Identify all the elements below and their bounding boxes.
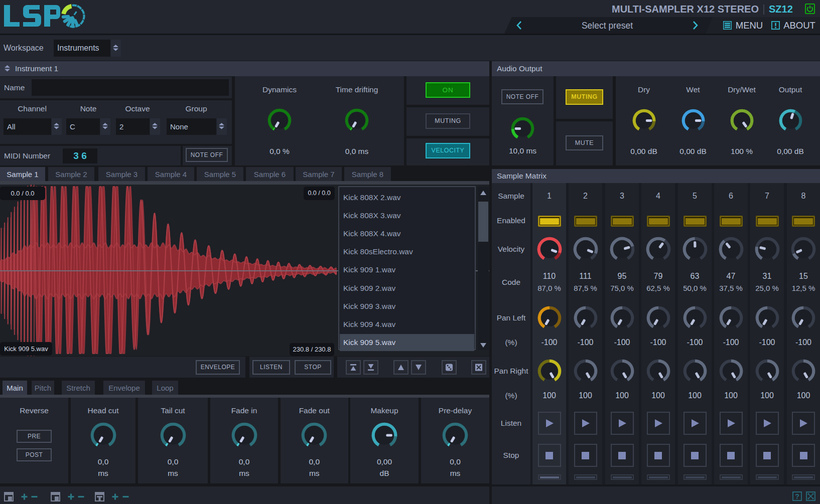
svg-text:?: ? xyxy=(795,492,799,500)
